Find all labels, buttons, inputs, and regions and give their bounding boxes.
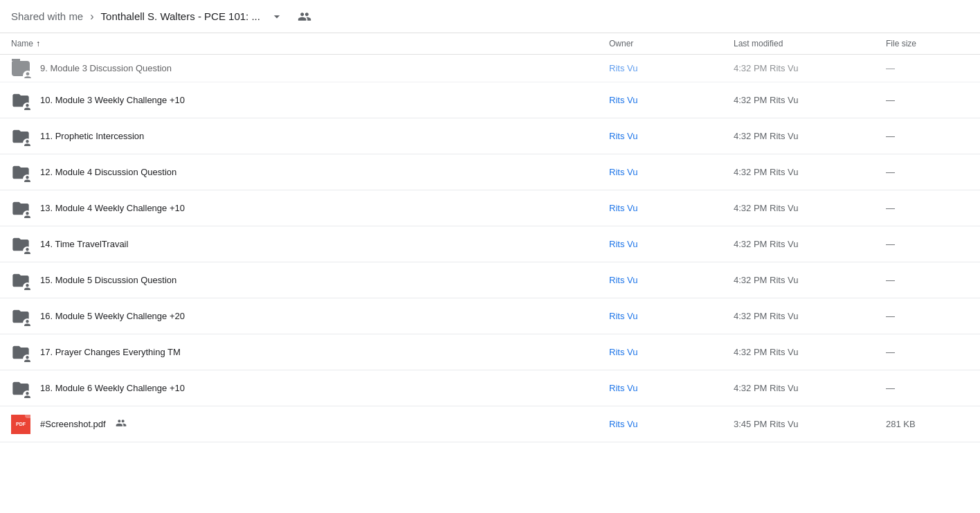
cell-size: —: [886, 95, 969, 105]
item-name: 12. Module 4 Discussion Question: [40, 167, 176, 177]
table-row[interactable]: PDF #Screenshot.pdf Rits Vu 3:45 PM Rits…: [0, 406, 980, 442]
sort-arrow-icon: ↑: [36, 39, 40, 48]
column-name[interactable]: Name ↑: [11, 39, 609, 48]
cell-owner: Rits Vu: [609, 63, 734, 73]
item-name: 16. Module 5 Weekly Challenge +20: [40, 311, 185, 321]
cell-owner: Rits Vu: [609, 95, 734, 105]
table-row[interactable]: 14. Time TravelTravail Rits Vu 4:32 PM R…: [0, 226, 980, 262]
folder-shared-icon: [11, 127, 30, 146]
file-table: Name ↑ Owner Last modified File size 9. …: [0, 33, 980, 442]
item-name: 9. Module 3 Discussion Question: [40, 63, 172, 73]
cell-size: —: [886, 239, 969, 249]
folder-shared-icon: [11, 379, 30, 398]
cell-owner: Rits Vu: [609, 347, 734, 357]
table-row[interactable]: 11. Prophetic Intercession Rits Vu 4:32 …: [0, 118, 980, 154]
cell-name: 12. Module 4 Discussion Question: [11, 163, 609, 182]
people-button[interactable]: [293, 6, 316, 28]
cell-size: —: [886, 131, 969, 141]
item-name: 18. Module 6 Weekly Challenge +10: [40, 383, 185, 393]
item-name: 11. Prophetic Intercession: [40, 131, 144, 141]
cell-size: —: [886, 311, 969, 321]
cell-modified: 4:32 PM Rits Vu: [734, 131, 886, 141]
folder-shared-icon: [11, 59, 30, 78]
item-name: 13. Module 4 Weekly Challenge +10: [40, 203, 185, 213]
cell-modified: 3:45 PM Rits Vu: [734, 419, 886, 429]
dropdown-button[interactable]: [266, 6, 288, 28]
folder-shared-icon: [11, 343, 30, 362]
folder-shared-icon: [11, 235, 30, 254]
cell-size: —: [886, 203, 969, 213]
cell-size: —: [886, 383, 969, 393]
cell-modified: 4:32 PM Rits Vu: [734, 63, 886, 73]
item-name: 14. Time TravelTravail: [40, 239, 128, 249]
cell-owner: Rits Vu: [609, 383, 734, 393]
item-name: 15. Module 5 Discussion Question: [40, 275, 176, 285]
cell-modified: 4:32 PM Rits Vu: [734, 95, 886, 105]
cell-owner: Rits Vu: [609, 275, 734, 285]
cell-modified: 4:32 PM Rits Vu: [734, 311, 886, 321]
cell-name: 17. Prayer Changes Everything TM: [11, 343, 609, 362]
cell-owner: Rits Vu: [609, 131, 734, 141]
cell-name: PDF #Screenshot.pdf: [11, 415, 609, 434]
cell-size: —: [886, 63, 969, 73]
people-icon: [298, 10, 311, 24]
table-row[interactable]: 10. Module 3 Weekly Challenge +10 Rits V…: [0, 82, 980, 118]
column-last-modified[interactable]: Last modified: [734, 39, 886, 48]
table-row[interactable]: 15. Module 5 Discussion Question Rits Vu…: [0, 262, 980, 298]
column-owner[interactable]: Owner: [609, 39, 734, 48]
cell-modified: 4:32 PM Rits Vu: [734, 275, 886, 285]
cell-name: 9. Module 3 Discussion Question: [11, 59, 609, 78]
folder-shared-icon: [11, 91, 30, 110]
cell-size: 281 KB: [886, 419, 969, 429]
cell-owner: Rits Vu: [609, 203, 734, 213]
cell-name: 15. Module 5 Discussion Question: [11, 271, 609, 290]
cell-size: —: [886, 275, 969, 285]
table-row[interactable]: 18. Module 6 Weekly Challenge +10 Rits V…: [0, 370, 980, 406]
pdf-file-icon: PDF: [11, 415, 30, 434]
cell-name: 16. Module 5 Weekly Challenge +20: [11, 307, 609, 326]
cell-name: 11. Prophetic Intercession: [11, 127, 609, 146]
item-name: 17. Prayer Changes Everything TM: [40, 347, 181, 357]
item-name: 10. Module 3 Weekly Challenge +10: [40, 95, 185, 105]
breadcrumb-separator: ›: [90, 10, 93, 23]
column-file-size[interactable]: File size: [886, 39, 969, 48]
cell-name: 10. Module 3 Weekly Challenge +10: [11, 91, 609, 110]
cell-modified: 4:32 PM Rits Vu: [734, 383, 886, 393]
cell-owner: Rits Vu: [609, 167, 734, 177]
shared-people-icon: [116, 417, 127, 431]
table-header: Name ↑ Owner Last modified File size: [0, 33, 980, 55]
table-row[interactable]: 9. Module 3 Discussion Question Rits Vu …: [0, 55, 980, 82]
table-row[interactable]: 13. Module 4 Weekly Challenge +10 Rits V…: [0, 190, 980, 226]
cell-name: 18. Module 6 Weekly Challenge +10: [11, 379, 609, 398]
cell-modified: 4:32 PM Rits Vu: [734, 203, 886, 213]
cell-owner: Rits Vu: [609, 419, 734, 429]
cell-owner: Rits Vu: [609, 239, 734, 249]
item-name: #Screenshot.pdf: [40, 419, 106, 429]
cell-owner: Rits Vu: [609, 311, 734, 321]
cell-modified: 4:32 PM Rits Vu: [734, 239, 886, 249]
chevron-down-icon: [270, 10, 284, 24]
cell-size: —: [886, 347, 969, 357]
cell-modified: 4:32 PM Rits Vu: [734, 347, 886, 357]
header: Shared with me › Tonthalell S. Walters -…: [0, 0, 980, 33]
folder-shared-icon: [11, 199, 30, 218]
breadcrumb-current: Tonthalell S. Walters - PCE 101: ...: [101, 10, 260, 22]
table-row[interactable]: 16. Module 5 Weekly Challenge +20 Rits V…: [0, 298, 980, 334]
folder-shared-icon: [11, 271, 30, 290]
folder-shared-icon: [11, 307, 30, 326]
cell-name: 14. Time TravelTravail: [11, 235, 609, 254]
table-row[interactable]: 12. Module 4 Discussion Question Rits Vu…: [0, 154, 980, 190]
table-row[interactable]: 17. Prayer Changes Everything TM Rits Vu…: [0, 334, 980, 370]
cell-modified: 4:32 PM Rits Vu: [734, 167, 886, 177]
cell-size: —: [886, 167, 969, 177]
breadcrumb-shared-link[interactable]: Shared with me: [11, 10, 83, 22]
folder-shared-icon: [11, 163, 30, 182]
cell-name: 13. Module 4 Weekly Challenge +10: [11, 199, 609, 218]
